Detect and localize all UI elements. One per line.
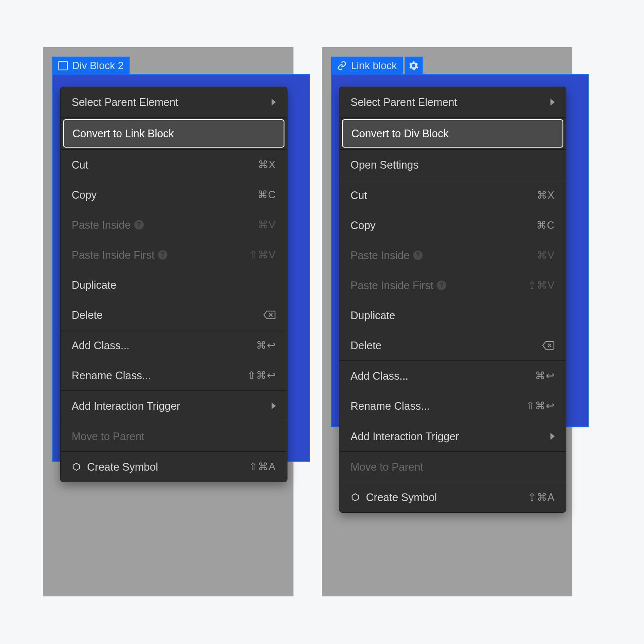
menu-item-label: Create Symbol: [366, 491, 437, 504]
menu-item-shortcut: ⌘X: [537, 189, 555, 201]
menu-item-rename-class[interactable]: Rename Class...⇧⌘↩: [339, 391, 566, 421]
menu-item-shortcut: ⇧⌘V: [249, 249, 276, 261]
context-menu: Select Parent ElementConvert to Div Bloc…: [339, 87, 566, 513]
menu-item-move-parent: Move to Parent: [339, 452, 566, 482]
backspace-icon: [263, 310, 276, 320]
menu-item-label: Cut: [72, 159, 88, 171]
menu-item-create-symbol[interactable]: Create Symbol⇧⌘A: [339, 482, 566, 512]
element-badge-label: Link block: [351, 60, 397, 72]
cube-icon: [351, 493, 360, 502]
menu-item-delete[interactable]: Delete: [60, 300, 287, 330]
menu-item-add-interaction[interactable]: Add Interaction Trigger: [60, 391, 287, 421]
menu-item-copy[interactable]: Copy⌘C: [60, 180, 287, 210]
menu-item-label: Duplicate: [72, 279, 116, 291]
menu-item-rename-class[interactable]: Rename Class...⇧⌘↩: [60, 360, 287, 390]
menu-item-paste-inside: Paste Inside?⌘V: [60, 210, 287, 240]
element-badge-label: Div Block 2: [72, 60, 124, 72]
menu-item-paste-inside-first: Paste Inside First?⇧⌘V: [60, 240, 287, 270]
menu-item-label: Select Parent Element: [351, 96, 457, 109]
menu-item-shortcut: ⇧⌘V: [528, 279, 555, 291]
menu-separator: [339, 117, 566, 118]
menu-item-duplicate[interactable]: Duplicate: [339, 300, 566, 330]
menu-item-label: Add Interaction Trigger: [72, 400, 180, 412]
menu-item-move-parent: Move to Parent: [60, 421, 287, 451]
menu-item-label: Add Class...: [351, 370, 408, 382]
menu-item-label: Select Parent Element: [72, 96, 178, 109]
menu-item-label: Paste Inside: [351, 249, 410, 262]
menu-item-select-parent[interactable]: Select Parent Element: [60, 87, 287, 117]
menu-item-label: Move to Parent: [351, 461, 423, 473]
menu-item-copy[interactable]: Copy⌘C: [339, 210, 566, 240]
panel-left: Div Block 2 Select Parent ElementConvert…: [43, 47, 293, 596]
menu-item-label: Rename Class...: [72, 369, 151, 382]
chevron-right-icon: [272, 402, 276, 409]
menu-item-shortcut: ⌘↩: [256, 339, 276, 351]
element-badge[interactable]: Link block: [331, 57, 403, 75]
menu-item-shortcut: ⌘C: [536, 219, 555, 231]
menu-item-shortcut: ⌘↩: [535, 370, 555, 382]
menu-item-label: Add Interaction Trigger: [351, 430, 459, 443]
menu-item-delete[interactable]: Delete: [339, 330, 566, 360]
help-icon: ?: [437, 281, 446, 290]
chevron-right-icon: [550, 433, 555, 440]
cube-icon: [72, 462, 81, 472]
menu-item-label: Rename Class...: [351, 400, 430, 412]
menu-item-label: Delete: [72, 309, 103, 321]
menu-item-select-parent[interactable]: Select Parent Element: [339, 87, 566, 117]
menu-item-duplicate[interactable]: Duplicate: [60, 270, 287, 300]
menu-item-shortcut: ⌘C: [257, 189, 276, 201]
chevron-right-icon: [272, 99, 276, 106]
menu-item-convert-link[interactable]: Convert to Link Block: [63, 119, 284, 148]
element-settings-button[interactable]: [405, 57, 423, 75]
menu-item-label: Duplicate: [351, 309, 395, 322]
chevron-right-icon: [550, 99, 555, 106]
menu-item-label: Paste Inside First: [72, 249, 154, 261]
menu-item-shortcut: ⌘X: [258, 159, 276, 171]
menu-item-shortcut: ⇧⌘↩: [526, 400, 555, 412]
context-menu: Select Parent ElementConvert to Link Blo…: [60, 87, 287, 482]
menu-item-label: Copy: [351, 219, 375, 232]
menu-item-convert-div[interactable]: Convert to Div Block: [342, 119, 563, 148]
menu-item-add-class[interactable]: Add Class...⌘↩: [339, 361, 566, 391]
menu-item-shortcut: ⇧⌘↩: [247, 369, 276, 381]
menu-item-create-symbol[interactable]: Create Symbol⇧⌘A: [60, 452, 287, 482]
menu-item-label: Cut: [351, 189, 367, 202]
menu-item-cut[interactable]: Cut⌘X: [339, 180, 566, 210]
menu-item-label: Delete: [351, 339, 381, 352]
menu-separator: [60, 117, 287, 118]
menu-item-label: Convert to Div Block: [351, 127, 448, 140]
link-icon: [337, 61, 347, 70]
menu-item-add-class[interactable]: Add Class...⌘↩: [60, 330, 287, 360]
element-badge[interactable]: Div Block 2: [52, 57, 130, 75]
menu-item-label: Open Settings: [351, 159, 418, 171]
menu-item-paste-inside-first: Paste Inside First?⇧⌘V: [339, 270, 566, 300]
menu-item-cut[interactable]: Cut⌘X: [60, 150, 287, 180]
panel-right: Link block Select Parent ElementConvert …: [322, 47, 572, 596]
menu-item-shortcut: ⇧⌘A: [249, 461, 276, 473]
div-icon: [58, 61, 68, 70]
menu-item-paste-inside: Paste Inside?⌘V: [339, 240, 566, 270]
menu-item-label: Convert to Link Block: [73, 127, 174, 140]
menu-item-shortcut: ⌘V: [537, 249, 555, 261]
menu-item-shortcut: ⌘V: [258, 219, 276, 231]
menu-item-label: Copy: [72, 189, 97, 201]
menu-item-label: Paste Inside: [72, 219, 131, 231]
help-icon: ?: [158, 250, 167, 260]
menu-item-label: Add Class...: [72, 339, 130, 352]
menu-item-open-settings[interactable]: Open Settings: [339, 150, 566, 180]
help-icon: ?: [413, 251, 423, 260]
backspace-icon: [542, 341, 555, 350]
help-icon: ?: [134, 220, 144, 230]
menu-item-label: Move to Parent: [72, 430, 145, 443]
menu-item-label: Create Symbol: [87, 461, 158, 473]
menu-item-add-interaction[interactable]: Add Interaction Trigger: [339, 421, 566, 451]
menu-item-label: Paste Inside First: [351, 279, 433, 292]
menu-item-shortcut: ⇧⌘A: [528, 491, 555, 503]
